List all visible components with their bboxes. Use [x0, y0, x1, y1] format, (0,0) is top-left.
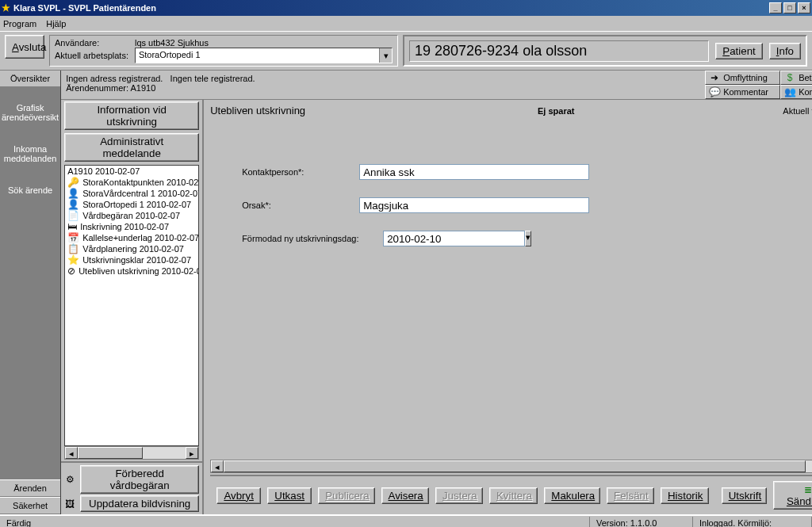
tree-item-label: Utebliven utskrivning 2010-02-0: [79, 266, 199, 276]
maximize-button[interactable]: □: [783, 2, 796, 13]
date-input[interactable]: [383, 231, 525, 246]
contacts-icon: 👥: [784, 86, 795, 97]
user-value: lqs utb432 Sjukhus: [135, 38, 393, 48]
hscroll-thumb[interactable]: [224, 460, 805, 472]
form-hscrollbar[interactable]: ◂ ▸: [210, 460, 812, 473]
link-kommentar[interactable]: 💬Kommentar: [705, 85, 780, 99]
tree-item[interactable]: ⭐Utskrivningsklar 2010-02-07: [65, 254, 198, 265]
historik-button[interactable]: Historik: [661, 487, 709, 504]
utkast-button[interactable]: Utkast: [267, 487, 312, 504]
uppdatera-button[interactable]: Uppdatera bildvisning: [80, 495, 199, 512]
workplace-label: Aktuell arbetsplats:: [55, 51, 128, 60]
scroll-right-icon[interactable]: ▸: [186, 447, 198, 459]
arende-label: Ärendenummer:: [66, 83, 128, 93]
tree-item[interactable]: 🔑StoraKontaktpunkten 2010-02-0: [65, 177, 198, 188]
utskrift-button[interactable]: Utskrift: [722, 487, 768, 504]
tree-item[interactable]: 👤StoraOrtopedi 1 2010-02-07: [65, 199, 198, 210]
tree-item-icon: 👤: [67, 200, 79, 209]
sandlista-button[interactable]: ≣ Sändlista: [773, 481, 812, 510]
main-body: Översikter Grafisk ärendeöversikt Inkomn…: [0, 71, 812, 514]
publicera-button[interactable]: Publicera: [318, 487, 374, 504]
tree-list[interactable]: A1910 2010-02-07 🔑StoraKontaktpunkten 20…: [64, 165, 199, 446]
form-body: Kontaktperson*: Orsak*: Förmodad ny utsk…: [210, 124, 812, 460]
link-kontakter[interactable]: 👥Kontakter: [780, 85, 812, 99]
logout-button[interactable]: Avsluta: [5, 35, 44, 59]
leftnav: Översikter Grafisk ärendeöversikt Inkomn…: [0, 71, 61, 514]
workplace-select[interactable]: StoraOrtopedi 1 ▾: [135, 48, 393, 63]
kontakt-input[interactable]: [359, 164, 589, 180]
tree-item-icon: 📄: [67, 211, 79, 220]
minimize-button[interactable]: _: [769, 2, 782, 13]
action-bar: Avbryt Utkast Publicera Avisera Justera …: [210, 475, 812, 514]
tree-item-icon: 👤: [67, 189, 79, 198]
leftnav-tab-arenden[interactable]: Ärenden: [0, 479, 60, 497]
leftnav-item-sok[interactable]: Sök ärende: [0, 184, 60, 197]
workplace-value: StoraOrtopedi 1: [136, 48, 379, 63]
makulera-button[interactable]: Makulera: [544, 487, 600, 504]
forbered-button[interactable]: Förberedd vårdbegäran: [80, 465, 199, 494]
orsak-label: Orsak*:: [242, 200, 353, 210]
close-button[interactable]: ×: [798, 2, 810, 13]
info-no-address: Ingen adress registrerad.: [66, 74, 163, 83]
form-version-label: Aktuell version:: [783, 106, 812, 116]
admin-meddelande-button[interactable]: Administrativt meddelande: [64, 133, 199, 162]
status-version: Version: 1.1.0.0: [590, 517, 693, 527]
tree-item-icon: 📅: [67, 233, 79, 242]
image-refresh-icon: 🖼: [64, 498, 75, 510]
tree-item-icon: 🔑: [67, 178, 79, 187]
leftnav-tab-sakerhet[interactable]: Säkerhet: [0, 497, 60, 514]
tree-item-icon: ⭐: [67, 255, 79, 265]
status-login: Inloggad. Körmiljö:: [693, 517, 812, 527]
form-title: Utebliven utskrivning: [210, 105, 305, 116]
link-betalning[interactable]: $Betalning: [780, 71, 812, 85]
leftnav-tab-oversikter[interactable]: Översikter: [0, 71, 60, 87]
window-title: Klara SVPL - SVPL Patientärenden: [13, 3, 769, 13]
orsak-input[interactable]: [359, 197, 589, 213]
mid-row: Information vid utskrivning Administrati…: [61, 100, 812, 514]
scroll-thumb[interactable]: [78, 447, 143, 459]
content: Ingen adress registrerad. Ingen tele reg…: [61, 71, 812, 514]
tree-item-icon: 🛏: [67, 222, 77, 231]
menu-program[interactable]: Program: [3, 19, 36, 29]
menubar: Program Hjälp: [0, 16, 812, 32]
tree-item-label: Utskrivningsklar 2010-02-07: [82, 255, 191, 265]
info-strip: Ingen adress registrerad. Ingen tele reg…: [61, 71, 812, 100]
refresh-icon: ⚙: [64, 474, 75, 485]
tree-item-label: StoraOrtopedi 1 2010-02-07: [82, 200, 191, 209]
window-titlebar: ★ Klara SVPL - SVPL Patientärenden _ □ ×: [0, 0, 812, 16]
link-omflyttning[interactable]: ➜Omflyttning: [705, 71, 780, 85]
tree-item[interactable]: 📋Vårdplanering 2010-02-07: [65, 243, 198, 254]
tree-item[interactable]: 🛏Inskrivning 2010-02-07: [65, 221, 198, 232]
info-button[interactable]: Info: [769, 43, 801, 59]
tree-item-label: StoraKontaktpunkten 2010-02-0: [82, 178, 199, 187]
tree-item-label: StoraVårdcentral 1 2010-02-07: [82, 189, 199, 198]
tree-item[interactable]: 📅Kallelse+underlag 2010-02-07: [65, 232, 198, 243]
date-select[interactable]: ▾: [383, 231, 502, 246]
avbryt-button[interactable]: Avbryt: [216, 487, 261, 504]
avisera-button[interactable]: Avisera: [381, 487, 429, 504]
patient-button[interactable]: Patient: [715, 43, 763, 59]
tree-root[interactable]: A1910 2010-02-07: [65, 166, 198, 177]
scroll-left-icon[interactable]: ◂: [211, 460, 224, 472]
leftnav-item-inkomna[interactable]: Inkomna meddelanden: [0, 143, 60, 165]
form-area: Utebliven utskrivning Ej sparat Aktuell …: [204, 100, 812, 514]
status-ready: Färdig: [0, 517, 590, 527]
tree-hscrollbar[interactable]: ◂ ▸: [64, 446, 199, 460]
kvittera-button[interactable]: Kvittera: [489, 487, 538, 504]
tree-item-icon: ⊘: [67, 266, 75, 276]
scroll-left-icon[interactable]: ◂: [65, 447, 78, 459]
tree-item[interactable]: 👤StoraVårdcentral 1 2010-02-07: [65, 188, 198, 199]
info-no-tele: Ingen tele registrerad.: [170, 74, 255, 83]
tree-item[interactable]: ⊘Utebliven utskrivning 2010-02-0: [65, 265, 198, 277]
felsant-button[interactable]: Felsänt: [607, 487, 654, 504]
leftnav-item-grafisk[interactable]: Grafisk ärendeöversikt: [0, 101, 60, 124]
top-toolbar: Avsluta Användare: lqs utb432 Sjukhus Ak…: [0, 32, 812, 71]
info-utskrivning-button[interactable]: Information vid utskrivning: [64, 101, 199, 130]
chevron-down-icon[interactable]: ▾: [525, 231, 531, 246]
chevron-down-icon[interactable]: ▾: [379, 48, 392, 63]
justera-button[interactable]: Justera: [435, 487, 483, 504]
tree-item[interactable]: 📄Vårdbegäran 2010-02-07: [65, 210, 198, 221]
menu-help[interactable]: Hjälp: [46, 19, 66, 29]
date-label: Förmodad ny utskrivningsdag:: [242, 234, 377, 243]
money-icon: $: [784, 72, 795, 83]
